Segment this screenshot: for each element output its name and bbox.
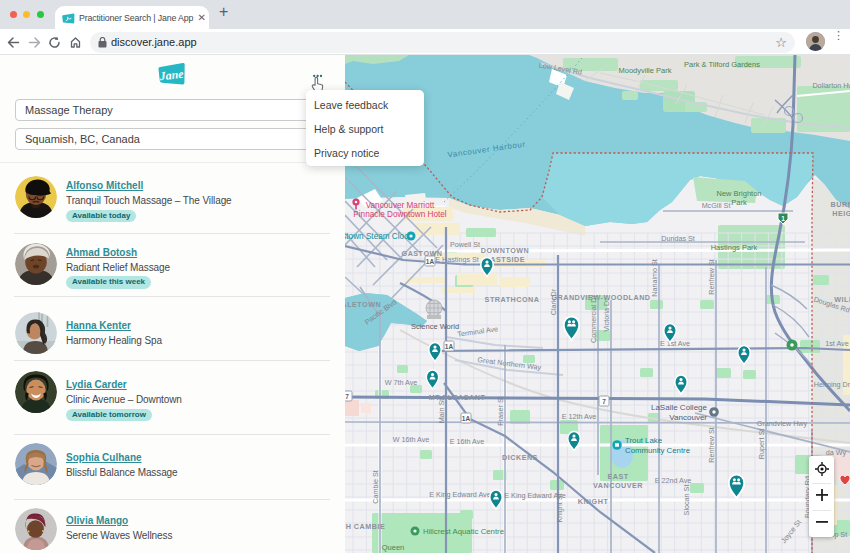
svg-text:Vancouver: Vancouver	[669, 413, 707, 422]
svg-text:Powell St: Powell St	[450, 240, 480, 249]
svg-text:Grandview Hwy: Grandview Hwy	[757, 419, 808, 428]
svg-text:Community Centre: Community Centre	[625, 446, 690, 455]
svg-text:Dollarton Hw: Dollarton Hw	[812, 81, 850, 90]
svg-text:KNIGHT: KNIGHT	[578, 497, 609, 506]
svg-text:Cambie St: Cambie St	[371, 470, 380, 504]
svg-text:Slocan St: Slocan St	[682, 485, 691, 516]
svg-text:Clark Dr: Clark Dr	[549, 288, 558, 315]
svg-text:E 12th Ave: E 12th Ave	[562, 412, 597, 421]
svg-text:E 22nd Ave: E 22nd Ave	[655, 476, 692, 485]
svg-text:1: 1	[781, 215, 785, 222]
svg-text:E Hastings St: E Hastings St	[435, 255, 479, 264]
svg-text:HEIG: HEIG	[832, 209, 850, 218]
svg-text:Main St: Main St	[437, 399, 446, 423]
svg-text:Vancouver Marriott: Vancouver Marriott	[366, 201, 435, 210]
svg-text:Queen: Queen	[382, 543, 405, 552]
svg-text:Park: Park	[731, 198, 747, 207]
svg-text:astown Steam Clock: astown Steam Clock	[345, 232, 413, 241]
svg-text:1A: 1A	[426, 258, 435, 265]
svg-text:1A: 1A	[462, 415, 471, 422]
svg-text:DOWNTOWN: DOWNTOWN	[481, 246, 530, 255]
svg-text:Jane: Jane	[158, 67, 185, 84]
svg-text:1st Ave: 1st Ave	[825, 339, 848, 348]
svg-text:Fraser St: Fraser St	[496, 396, 505, 426]
svg-text:Commercial Dr: Commercial Dr	[589, 294, 598, 343]
svg-text:EAST: EAST	[607, 472, 628, 481]
svg-text:E 1st Ave: E 1st Ave	[660, 339, 690, 348]
svg-text:TH CAMBIE: TH CAMBIE	[345, 522, 385, 531]
svg-text:Renfrew St: Renfrew St	[707, 259, 716, 295]
svg-text:STRATHCONA: STRATHCONA	[485, 295, 540, 304]
svg-text:Victoria Dr: Victoria Dr	[602, 298, 611, 332]
svg-text:YALETOWN: YALETOWN	[345, 300, 381, 309]
svg-text:Rupert St: Rupert St	[757, 429, 766, 459]
svg-text:New Brighton: New Brighton	[716, 189, 761, 198]
svg-text:7: 7	[345, 393, 349, 400]
svg-text:E 16th Ave: E 16th Ave	[450, 437, 485, 446]
svg-text:Hillcrest Aquatic Centre: Hillcrest Aquatic Centre	[423, 527, 504, 536]
svg-text:Moodyville Park: Moodyville Park	[619, 66, 672, 75]
svg-text:E King Edward Ave: E King Edward Ave	[429, 490, 490, 499]
svg-text:McGill St: McGill St	[702, 201, 731, 210]
svg-text:Science World: Science World	[411, 322, 459, 331]
svg-text:7: 7	[602, 398, 606, 405]
svg-text:Hastings Park: Hastings Park	[711, 243, 758, 252]
svg-text:Park & Tilford Gardens: Park & Tilford Gardens	[684, 60, 760, 69]
svg-text:Pinnacle Downtown Hotel: Pinnacle Downtown Hotel	[353, 210, 446, 219]
svg-text:Trout Lake: Trout Lake	[625, 436, 662, 445]
svg-text:Henning Dr: Henning Dr	[814, 380, 850, 389]
svg-text:DICKENS: DICKENS	[502, 453, 538, 462]
svg-text:Dundas St: Dundas St	[661, 234, 695, 243]
svg-text:LaSalle College: LaSalle College	[651, 403, 708, 412]
svg-text:1A: 1A	[445, 343, 454, 350]
svg-text:Knight St: Knight St	[555, 493, 564, 522]
svg-text:GRANDVIEW-WOODLAND: GRANDVIEW-WOODLAND	[551, 293, 650, 302]
svg-text:VANCOUVER: VANCOUVER	[593, 481, 643, 490]
svg-text:Nanaimo St: Nanaimo St	[650, 259, 659, 297]
svg-text:Renfrew St: Renfrew St	[707, 427, 716, 463]
svg-text:W 16th Ave: W 16th Ave	[393, 435, 430, 444]
svg-text:BURN: BURN	[831, 200, 850, 209]
svg-text:W 7th Ave: W 7th Ave	[385, 378, 418, 387]
